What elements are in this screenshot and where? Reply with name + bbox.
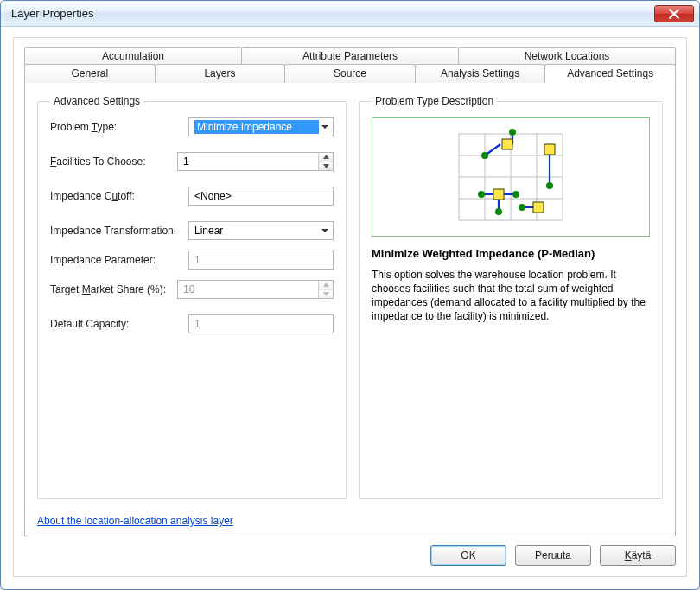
- row-transformation: Impedance Transformation: Linear: [50, 221, 334, 240]
- row-parameter: Impedance Parameter:: [50, 251, 334, 270]
- svg-rect-26: [493, 189, 504, 200]
- advanced-settings-legend: Advanced Settings: [50, 95, 143, 107]
- tab-advanced-settings[interactable]: Advanced Settings: [544, 64, 676, 83]
- svg-point-22: [495, 208, 502, 215]
- svg-rect-27: [533, 202, 544, 213]
- tab-source[interactable]: Source: [284, 64, 416, 83]
- spin-up: [319, 281, 333, 290]
- facilities-input[interactable]: [178, 153, 318, 170]
- tabs-row-back: Accumulation Attribute Parameters Networ…: [24, 47, 676, 65]
- chevron-down-icon: [319, 227, 331, 234]
- titlebar[interactable]: Layer Properties: [1, 1, 699, 27]
- parameter-input: [188, 251, 334, 270]
- svg-point-17: [481, 152, 488, 159]
- dialog-buttons: OK Peruuta Käytä: [24, 536, 676, 566]
- close-button[interactable]: [654, 5, 694, 22]
- row-cutoff: Impedance Cutoff:: [50, 187, 334, 206]
- label-problem-type: Problem Type:: [50, 121, 188, 133]
- tab-attribute-parameters[interactable]: Attribute Parameters: [241, 47, 459, 65]
- chevron-down-icon: [319, 124, 331, 130]
- description-group: Problem Type Description: [359, 95, 663, 499]
- row-market-share: Target Market Share (%):: [50, 280, 334, 299]
- label-cutoff: Impedance Cutoff:: [50, 190, 188, 202]
- ok-button[interactable]: OK: [430, 545, 506, 566]
- inner-frame: Accumulation Attribute Parameters Networ…: [13, 37, 687, 577]
- label-facilities: Facilities To Choose:: [50, 155, 177, 168]
- svg-point-23: [519, 204, 525, 211]
- tabs-row-front: General Layers Source Analysis Settings …: [24, 64, 676, 83]
- svg-rect-24: [502, 139, 512, 149]
- spin-buttons: [318, 153, 333, 170]
- description-body: This option solves the warehouse locatio…: [372, 268, 650, 323]
- problem-type-value: Minimize Impedance: [194, 120, 319, 134]
- svg-point-18: [509, 129, 516, 136]
- tab-analysis-settings[interactable]: Analysis Settings: [415, 64, 546, 83]
- description-legend: Problem Type Description: [372, 95, 497, 107]
- cancel-button[interactable]: Peruuta: [515, 545, 591, 566]
- tab-panel: Advanced Settings Problem Type: Minimize…: [24, 82, 676, 536]
- facilities-spinner[interactable]: [177, 152, 334, 171]
- row-facilities: Facilities To Choose:: [50, 152, 334, 171]
- description-image: [372, 117, 650, 237]
- spin-down: [319, 290, 333, 299]
- spin-up[interactable]: [319, 153, 333, 162]
- svg-point-20: [478, 191, 485, 198]
- transformation-combo[interactable]: Linear: [188, 221, 334, 240]
- row-capacity: Default Capacity:: [50, 314, 334, 333]
- p-median-diagram-icon: [442, 125, 580, 229]
- help-link[interactable]: About the location-allocation analysis l…: [37, 515, 663, 527]
- cutoff-input[interactable]: [188, 187, 334, 206]
- problem-type-combo[interactable]: Minimize Impedance: [188, 117, 334, 136]
- tab-accumulation[interactable]: Accumulation: [24, 47, 242, 65]
- window-title: Layer Properties: [11, 7, 654, 20]
- market-share-input: [178, 281, 318, 298]
- content-row: Advanced Settings Problem Type: Minimize…: [37, 95, 663, 499]
- spin-buttons: [318, 281, 333, 298]
- svg-point-19: [546, 182, 553, 189]
- label-capacity: Default Capacity:: [50, 318, 188, 330]
- svg-rect-25: [544, 144, 555, 155]
- transformation-value: Linear: [194, 225, 319, 237]
- apply-button[interactable]: Käytä: [600, 545, 676, 566]
- svg-point-21: [512, 191, 519, 198]
- capacity-input: [188, 314, 334, 333]
- row-problem-type: Problem Type: Minimize Impedance: [50, 117, 334, 136]
- tab-network-locations[interactable]: Network Locations: [458, 47, 676, 65]
- client-area: Accumulation Attribute Parameters Networ…: [1, 27, 699, 589]
- label-parameter: Impedance Parameter:: [50, 254, 188, 266]
- advanced-settings-group: Advanced Settings Problem Type: Minimize…: [37, 95, 347, 499]
- tab-general[interactable]: General: [24, 64, 156, 83]
- close-icon: [669, 9, 679, 19]
- label-transformation: Impedance Transformation:: [50, 225, 188, 237]
- label-market-share: Target Market Share (%):: [50, 283, 177, 295]
- tab-layers[interactable]: Layers: [155, 64, 286, 83]
- dialog-window: Layer Properties Accumulation Attribute …: [0, 0, 700, 590]
- description-title: Minimize Weighted Impedance (P-Median): [372, 247, 650, 261]
- market-share-spinner: [177, 280, 334, 299]
- spin-down[interactable]: [319, 162, 333, 171]
